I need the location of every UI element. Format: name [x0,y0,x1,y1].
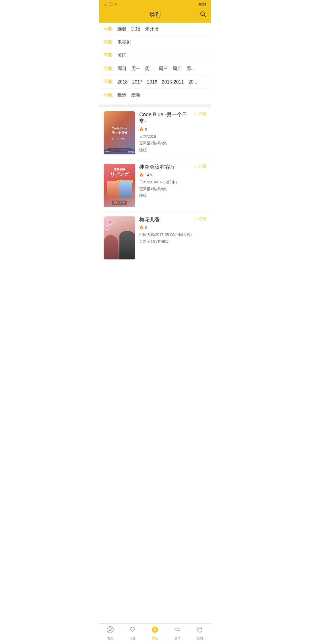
show-extra-codeblue: 随机 [139,147,206,153]
poster-search[interactable]: 搜查会議リビング 7/15スタート 土曜よる10時 [104,164,135,207]
filter-item-newest[interactable]: 最新 [131,92,140,98]
show-episodes-search: 更新至1集/共8集 [139,186,206,192]
page-title: 类别 [149,11,161,19]
filter-row-type: 不限 电视剧 [99,36,211,49]
show-country-year-codeblue: 日本/2018 [139,133,206,140]
filter-unlimit-weekday[interactable]: 不限 [104,66,113,72]
filter-item-2017[interactable]: 2017 [132,79,143,85]
show-info-meihua: 梅花儿香 ☆ 订阅 🔥 0 中国大陆/2017-05-09(中国大陆) 更新至2… [139,216,206,245]
filter-row-status: 不限 连载 完结 未开播 [99,23,211,36]
hot-count-search: 1470 [145,173,153,177]
filter-item-2016[interactable]: 2016 [147,79,157,85]
filter-item-sunday[interactable]: 周日 [117,66,127,72]
show-meta-meihua: 中国大陆/2017-05-09(中国大陆) 更新至2集/共49集 [139,231,206,245]
filter-item-upcoming[interactable]: 未开播 [145,26,159,32]
star-icon-codeblue: ☆ [194,112,197,116]
filter-item-hottest[interactable]: 最热 [117,92,127,98]
filter-unlimit-region[interactable]: 不限 [104,53,113,59]
show-item-search[interactable]: 搜查会議リビング 7/15スタート 土曜よる10時 搜查会议在客厅 [99,159,211,212]
filter-item-2018[interactable]: 2018 [117,79,128,85]
show-country-year-search: 日本/2018-07-15(日本) [139,179,206,185]
filter-item-tuesday[interactable]: 周二 [145,66,154,72]
filter-unlimit-type[interactable]: 不限 [104,39,113,45]
filter-item-usa[interactable]: 美国 [117,53,127,59]
show-meta-codeblue: 日本/2018 更新至2集/共5集 随机 [139,133,206,153]
hot-count-codeblue: 0 [145,127,147,131]
filter-unlimit-sort[interactable]: 不限 [104,92,113,98]
show-title-search: 搜查会议在客厅 [139,164,191,170]
status-left-icons: 🔒📶◁ [104,2,116,6]
show-hot-meihua: 🔥 0 [139,225,206,230]
show-title-meihua: 梅花儿香 [139,216,191,223]
filter-item-wednesday[interactable]: 周三 [159,66,168,72]
filter-item-monday[interactable]: 周一 [131,66,140,72]
search-icon[interactable] [199,11,206,19]
poster-meihua[interactable]: 🌸 🌸 [104,216,135,259]
subscribe-btn-codeblue[interactable]: ☆ 订阅 [194,111,206,117]
status-bar: 🔒📶◁ 6:21 [99,0,211,8]
fire-icon-search: 🔥 [139,173,144,177]
show-title-codeblue: Code Blue -另一个日常- [139,111,191,125]
fire-icon-meihua: 🔥 [139,225,144,230]
filter-row-weekday: 不限 周日 周一 周二 周三 周四 周... [99,62,211,75]
filter-item-more-weekday[interactable]: 周... [186,66,195,72]
show-item-meihua[interactable]: 🌸 🌸 梅花儿香 ☆ 订阅 🔥 0 [99,212,211,264]
star-icon-meihua: ☆ [194,217,197,221]
fire-icon-codeblue: 🔥 [139,127,144,131]
filter-unlimit-year[interactable]: 不限 [104,79,113,85]
show-episodes-meihua: 更新至2集/共49集 [139,238,206,245]
show-item-codeblue[interactable]: Code Blue另一个日常 コード・ブルー ドクターヘリ緊急救命 spin-o… [99,107,211,159]
star-icon-search: ☆ [194,164,197,169]
section-divider [99,104,211,107]
show-title-row-codeblue: Code Blue -另一个日常- ☆ 订阅 [139,111,206,125]
filter-item-ongoing[interactable]: 连载 [117,26,127,32]
show-list: Code Blue另一个日常 コード・ブルー ドクターヘリ緊急救命 spin-o… [99,107,211,264]
filter-item-tv[interactable]: 电视剧 [117,39,131,45]
show-title-row-meihua: 梅花儿香 ☆ 订阅 [139,216,206,223]
show-info-search: 搜查会议在客厅 ☆ 订阅 🔥 1470 日本/2018-07-15(日本) 更新… [139,164,206,199]
poster-codeblue[interactable]: Code Blue另一个日常 コード・ブルー ドクターヘリ緊急救命 spin-o… [104,111,135,154]
status-time: 6:21 [199,2,206,6]
hot-count-meihua: 0 [145,225,147,230]
svg-line-1 [204,15,206,17]
show-extra-search: 随机 [139,192,206,199]
show-info-codeblue: Code Blue -另一个日常- ☆ 订阅 🔥 0 日本/2018 更新至2集… [139,111,206,153]
show-title-row-search: 搜查会议在客厅 ☆ 订阅 [139,164,206,170]
filter-item-finished[interactable]: 完结 [131,26,140,32]
filter-row-sort: 不限 最热 最新 [99,89,211,102]
top-nav: 类别 [99,8,211,23]
subscribe-btn-meihua[interactable]: ☆ 订阅 [194,216,206,222]
filter-section: 不限 连载 完结 未开播 不限 电视剧 不限 美国 不限 周日 周一 周二 周三… [99,23,211,104]
show-episodes-codeblue: 更新至2集/共5集 [139,140,206,146]
show-hot-search: 🔥 1470 [139,173,206,177]
subscribe-btn-search[interactable]: ☆ 订阅 [194,164,206,169]
filter-item-thursday[interactable]: 周四 [173,66,182,72]
filter-item-more-year[interactable]: 20... [188,79,197,85]
show-country-year-meihua: 中国大陆/2017-05-09(中国大陆) [139,231,206,238]
show-meta-search: 日本/2018-07-15(日本) 更新至1集/共8集 随机 [139,179,206,199]
filter-row-year: 不限 2018 2017 2016 2015-2011 20... [99,75,211,89]
filter-unlimit-status[interactable]: 不限 [104,26,113,32]
filter-row-region: 不限 美国 [99,49,211,62]
filter-item-2015-2011[interactable]: 2015-2011 [162,79,184,85]
show-hot-codeblue: 🔥 0 [139,127,206,131]
